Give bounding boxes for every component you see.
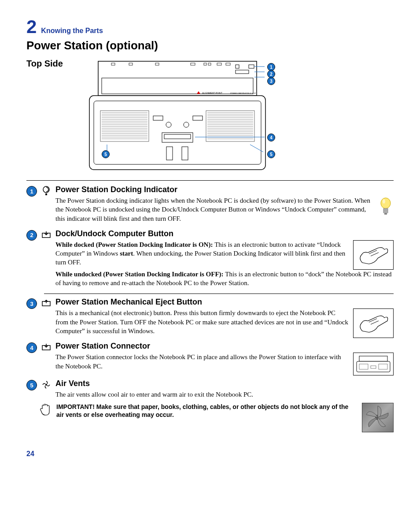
item-5: 5 Air Vents The air vents allow cool air… bbox=[26, 379, 394, 401]
hand-stop-icon bbox=[40, 404, 50, 414]
svg-point-55 bbox=[166, 122, 171, 127]
docking-indicator-icon bbox=[41, 186, 51, 196]
svg-rect-9 bbox=[226, 63, 230, 65]
callout-5-right: 5 bbox=[267, 150, 275, 158]
svg-rect-54 bbox=[193, 116, 203, 120]
item-title: Power Station Mechanical Eject Button bbox=[55, 297, 394, 307]
important-text: IMPORTANT! Make sure that paper, books, … bbox=[56, 403, 356, 420]
svg-rect-6 bbox=[204, 63, 206, 65]
svg-point-66 bbox=[383, 199, 385, 204]
connector-icon bbox=[41, 342, 51, 352]
divider bbox=[26, 180, 394, 181]
model-label: POWER STATION FOR V1 & V2 bbox=[230, 92, 256, 94]
section-subheading: Top Side bbox=[26, 59, 63, 69]
svg-rect-4 bbox=[155, 63, 159, 65]
item-number: 5 bbox=[26, 380, 37, 390]
svg-rect-63 bbox=[182, 147, 188, 160]
svg-rect-19 bbox=[100, 111, 149, 141]
svg-rect-67 bbox=[383, 208, 388, 213]
svg-rect-10 bbox=[236, 65, 239, 68]
chapter-title: Knowing the Parts bbox=[41, 27, 103, 35]
svg-rect-11 bbox=[236, 70, 249, 74]
item-3: 3 Power Station Mechanical Eject Button … bbox=[26, 297, 394, 338]
item-number: 3 bbox=[26, 298, 37, 309]
callout-5-left: 5 bbox=[102, 150, 110, 158]
air-vents-icon bbox=[41, 380, 51, 390]
svg-rect-3 bbox=[129, 63, 133, 65]
hand-press-illustration bbox=[353, 240, 394, 270]
item-2: 2 Dock/Undock Computer Button While dock… bbox=[26, 229, 394, 290]
lightbulb-icon bbox=[378, 196, 394, 217]
svg-point-56 bbox=[184, 122, 189, 127]
page-number: 24 bbox=[26, 450, 394, 458]
svg-rect-70 bbox=[384, 213, 387, 215]
hand-press-illustration bbox=[353, 308, 394, 338]
svg-point-79 bbox=[45, 384, 47, 386]
svg-rect-5 bbox=[191, 63, 195, 65]
svg-point-65 bbox=[381, 198, 391, 208]
dock-button-icon bbox=[41, 230, 51, 240]
svg-rect-78 bbox=[371, 366, 376, 368]
important-note: IMPORTANT! Make sure that paper, books, … bbox=[40, 403, 394, 432]
item-paragraph: This is a mechanical (not electronic) bu… bbox=[55, 308, 350, 335]
item-title: Air Vents bbox=[55, 379, 394, 388]
item-paragraph: While undocked (Power Station Docking In… bbox=[55, 270, 394, 288]
svg-rect-58 bbox=[164, 134, 191, 139]
svg-rect-8 bbox=[217, 63, 221, 65]
callout-3: 3 bbox=[267, 77, 275, 85]
svg-rect-1 bbox=[102, 78, 253, 94]
svg-rect-12 bbox=[249, 65, 254, 68]
page-title: Power Station (optional) bbox=[26, 39, 394, 52]
svg-rect-2 bbox=[111, 63, 115, 65]
fan-photo bbox=[362, 403, 394, 432]
item-1: 1 Power Station Docking Indicator The Po… bbox=[26, 185, 394, 226]
svg-rect-74 bbox=[359, 356, 387, 361]
alignment-label: ALIGNMENT POINT bbox=[202, 92, 222, 94]
svg-rect-77 bbox=[379, 364, 387, 369]
item-paragraph: The Power Station connector locks the No… bbox=[55, 353, 350, 371]
svg-rect-76 bbox=[359, 364, 368, 369]
item-4: 4 Power Station Connector The Power Stat… bbox=[26, 342, 394, 375]
item-title: Power Station Docking Indicator bbox=[55, 185, 394, 194]
divider-indent bbox=[44, 294, 394, 294]
item-paragraph: While docked (Power Station Docking Indi… bbox=[55, 240, 350, 267]
power-station-diagram: ALIGNMENT POINT POWER STATION FOR V1 & V… bbox=[81, 59, 274, 178]
item-title: Dock/Undock Computer Button bbox=[55, 229, 394, 238]
item-paragraph: The Power Station docking indicator ligh… bbox=[55, 196, 375, 223]
callout-4: 4 bbox=[267, 134, 275, 141]
chapter-header: 2 Knowing the Parts bbox=[26, 18, 394, 36]
item-number: 4 bbox=[26, 342, 37, 353]
item-number: 2 bbox=[26, 230, 37, 241]
item-number: 1 bbox=[26, 186, 37, 197]
svg-rect-62 bbox=[166, 147, 173, 160]
svg-rect-7 bbox=[208, 63, 211, 65]
svg-rect-53 bbox=[153, 116, 163, 120]
svg-rect-64 bbox=[45, 193, 47, 195]
power-station-mini-illustration bbox=[353, 353, 394, 375]
item-paragraph: The air vents allow cool air to enter an… bbox=[55, 390, 394, 399]
item-title: Power Station Connector bbox=[55, 342, 394, 351]
eject-button-icon bbox=[41, 298, 51, 308]
chapter-number: 2 bbox=[26, 18, 37, 36]
